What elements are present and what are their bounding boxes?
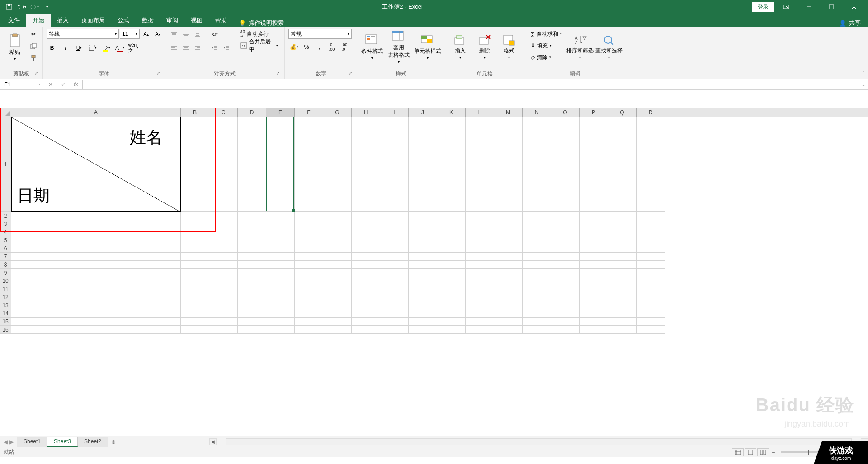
cell-F12[interactable] [295, 293, 323, 301]
cancel-formula-icon[interactable]: ✕ [44, 80, 57, 89]
cell-G1[interactable] [323, 117, 352, 212]
decrease-font-button[interactable]: A▾ [152, 29, 163, 40]
cell-E7[interactable] [266, 253, 295, 261]
border-button[interactable]: ▾ [87, 42, 98, 53]
cell-A2[interactable] [11, 212, 181, 220]
cell-I13[interactable] [380, 301, 409, 309]
enter-formula-icon[interactable]: ✓ [57, 80, 70, 89]
cell-L7[interactable] [466, 253, 494, 261]
font-launcher-icon[interactable]: ⤢ [156, 70, 163, 77]
cell-I14[interactable] [380, 309, 409, 318]
cell-E10[interactable] [266, 277, 295, 285]
cell-M10[interactable] [494, 277, 523, 285]
cell-R3[interactable] [637, 220, 665, 228]
cell-R15[interactable] [637, 318, 665, 326]
cell-C1[interactable] [209, 117, 238, 212]
cell-E2[interactable] [266, 212, 295, 220]
cell-C14[interactable] [209, 309, 238, 318]
cell-A7[interactable] [11, 253, 181, 261]
cell-H11[interactable] [352, 285, 380, 293]
horizontal-scrollbar[interactable] [226, 438, 852, 445]
cell-B1[interactable] [181, 117, 209, 212]
tab-home[interactable]: 开始 [26, 14, 51, 27]
increase-decimal-button[interactable]: .0.00 [326, 42, 337, 52]
cell-A5[interactable] [11, 236, 181, 244]
cell-I16[interactable] [380, 326, 409, 334]
cell-L2[interactable] [466, 212, 494, 220]
cell-J14[interactable] [409, 309, 437, 318]
cell-J3[interactable] [409, 220, 437, 228]
row-header-12[interactable]: 12 [0, 293, 11, 301]
cell-I1[interactable] [380, 117, 409, 212]
tab-pagelayout[interactable]: 页面布局 [75, 14, 111, 27]
column-header-Q[interactable]: Q [608, 108, 637, 117]
cell-M2[interactable] [494, 212, 523, 220]
column-header-M[interactable]: M [494, 108, 523, 117]
orientation-button[interactable]: ⟲▾ [209, 29, 220, 40]
cell-H3[interactable] [352, 220, 380, 228]
cell-M6[interactable] [494, 244, 523, 253]
cell-P4[interactable] [580, 228, 608, 236]
name-box[interactable]: E1▾ [1, 80, 43, 89]
align-top-button[interactable] [169, 29, 179, 40]
percent-button[interactable]: % [301, 42, 312, 52]
cell-P16[interactable] [580, 326, 608, 334]
cell-F2[interactable] [295, 212, 323, 220]
cell-B9[interactable] [181, 269, 209, 277]
cell-O12[interactable] [551, 293, 580, 301]
wrap-text-button[interactable]: ab↵自动换行 [237, 29, 281, 39]
font-color-button[interactable]: A▾ [114, 42, 125, 53]
tab-formulas[interactable]: 公式 [111, 14, 136, 27]
cell-K11[interactable] [437, 285, 466, 293]
column-header-B[interactable]: B [181, 108, 209, 117]
cell-M5[interactable] [494, 236, 523, 244]
comma-button[interactable]: , [314, 42, 325, 52]
copy-button[interactable] [28, 41, 39, 52]
cell-M9[interactable] [494, 269, 523, 277]
cell-P1[interactable] [580, 117, 608, 212]
format-table-button[interactable]: 套用 表格格式▾ [385, 29, 412, 65]
select-all-corner[interactable] [0, 108, 11, 117]
column-header-A[interactable]: A [11, 108, 181, 117]
row-header-15[interactable]: 15 [0, 318, 11, 326]
cell-N10[interactable] [523, 277, 551, 285]
row-header-10[interactable]: 10 [0, 277, 11, 285]
cell-H1[interactable] [352, 117, 380, 212]
cell-B5[interactable] [181, 236, 209, 244]
cell-D14[interactable] [238, 309, 266, 318]
cell-A14[interactable] [11, 309, 181, 318]
cell-H2[interactable] [352, 212, 380, 220]
cell-O8[interactable] [551, 261, 580, 269]
cell-D16[interactable] [238, 326, 266, 334]
cell-N12[interactable] [523, 293, 551, 301]
number-launcher-icon[interactable]: ⤢ [349, 70, 355, 77]
cell-I7[interactable] [380, 253, 409, 261]
cell-D6[interactable] [238, 244, 266, 253]
share-button[interactable]: 👤 共享 [839, 19, 868, 27]
column-header-D[interactable]: D [238, 108, 266, 117]
cell-O1[interactable] [551, 117, 580, 212]
cell-N5[interactable] [523, 236, 551, 244]
cell-H6[interactable] [352, 244, 380, 253]
cell-P7[interactable] [580, 253, 608, 261]
cell-Q8[interactable] [608, 261, 637, 269]
login-button[interactable]: 登录 [752, 2, 774, 12]
cell-D5[interactable] [238, 236, 266, 244]
cell-Q10[interactable] [608, 277, 637, 285]
cell-A13[interactable] [11, 301, 181, 309]
cell-G16[interactable] [323, 326, 352, 334]
cell-B8[interactable] [181, 261, 209, 269]
cell-O15[interactable] [551, 318, 580, 326]
cell-J2[interactable] [409, 212, 437, 220]
column-header-L[interactable]: L [466, 108, 494, 117]
minimize-icon[interactable] [798, 0, 819, 14]
cell-P6[interactable] [580, 244, 608, 253]
cell-D10[interactable] [238, 277, 266, 285]
cell-Q9[interactable] [608, 269, 637, 277]
cell-Q15[interactable] [608, 318, 637, 326]
font-name-combo[interactable]: 等线▾ [47, 29, 119, 39]
cell-F4[interactable] [295, 228, 323, 236]
column-header-J[interactable]: J [409, 108, 437, 117]
cell-O3[interactable] [551, 220, 580, 228]
cell-N16[interactable] [523, 326, 551, 334]
